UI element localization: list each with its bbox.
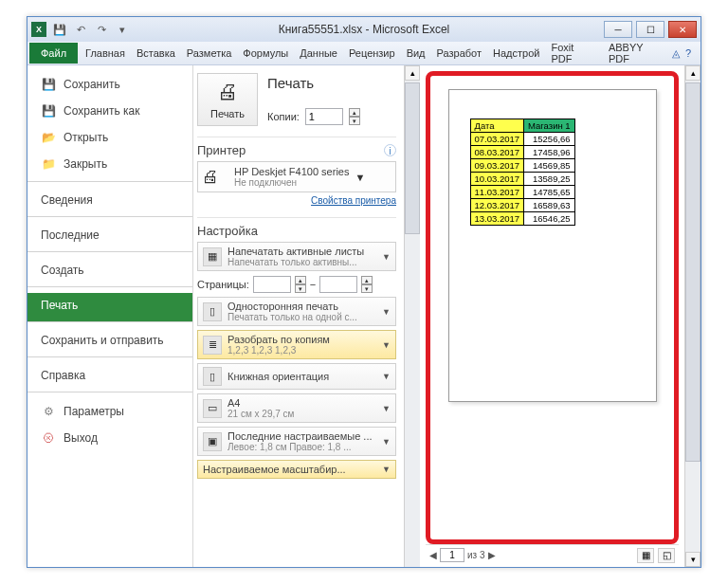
pages-from-spinner[interactable]: ▴▾ (295, 276, 306, 293)
option-subtitle: Печатать только на одной с... (228, 312, 376, 322)
copies-label: Копии: (267, 111, 300, 122)
chevron-down-icon: ▼ (382, 465, 391, 474)
pages-separator: − (310, 279, 316, 290)
scroll-up-icon[interactable]: ▴ (685, 65, 701, 81)
header-date: Дата (470, 119, 524, 133)
orientation-selector[interactable]: ▯ Книжная ориентация ▼ (197, 363, 396, 390)
copies-input[interactable] (305, 108, 343, 125)
pages-to-input[interactable] (319, 276, 357, 293)
sidebar-item-new[interactable]: Создать (27, 258, 192, 287)
tab-developer[interactable]: Разработ (431, 43, 487, 64)
tab-layout[interactable]: Разметка (181, 43, 238, 64)
collate-selector[interactable]: ≣ Разобрать по копиям1,2,3 1,2,3 1,2,3 ▼ (197, 330, 396, 359)
chevron-down-icon: ▼ (382, 307, 391, 317)
table-row: 13.03.201716546,25 (470, 212, 574, 226)
tab-insert[interactable]: Вставка (131, 43, 181, 64)
printer-properties-link[interactable]: Свойства принтера (197, 195, 396, 206)
margins-icon: ▣ (203, 432, 222, 451)
file-tab[interactable]: Файл (29, 43, 78, 64)
option-subtitle: Левое: 1,8 см Правое: 1,8 ... (228, 442, 376, 452)
pages-from-input[interactable] (253, 276, 291, 293)
sidebar-item-share[interactable]: Сохранить и отправить (27, 328, 192, 357)
sidebar-item-info[interactable]: Сведения (27, 188, 192, 217)
show-margins-button[interactable]: ▦ (637, 548, 654, 563)
scaling-selector[interactable]: Настраиваемое масштабир... ▼ (197, 460, 396, 479)
option-title: Книжная ориентация (228, 371, 376, 382)
table-row: 12.03.201716589,63 (470, 199, 574, 212)
minimize-button[interactable]: ─ (604, 21, 632, 38)
cell-date: 09.03.2017 (470, 159, 524, 173)
tab-formulas[interactable]: Формулы (237, 43, 294, 64)
sidebar-item-print[interactable]: Печать (27, 293, 192, 322)
cell-value: 16546,25 (524, 212, 575, 226)
cell-value: 17458,96 (524, 146, 575, 159)
cell-value: 15256,66 (524, 133, 575, 146)
options-icon: ⚙ (41, 404, 56, 419)
page-number-input[interactable] (440, 548, 464, 562)
spinner-down-icon[interactable]: ▾ (349, 117, 360, 125)
scroll-down-icon[interactable]: ▾ (685, 552, 701, 567)
cell-date: 08.03.2017 (470, 146, 524, 159)
copies-spinner[interactable]: ▴▾ (349, 108, 360, 125)
table-row: 09.03.201714569,85 (470, 159, 574, 173)
option-title: A4 (228, 397, 376, 409)
backstage-view: 💾Сохранить 💾Сохранить как 📂Открыть 📁Закр… (27, 65, 701, 567)
tab-review[interactable]: Рецензир (343, 43, 401, 64)
scroll-thumb[interactable] (405, 82, 420, 234)
redo-icon[interactable]: ↷ (94, 22, 109, 37)
tab-data[interactable]: Данные (294, 43, 343, 64)
paper-size-selector[interactable]: ▭ A421 см x 29,7 см ▼ (197, 393, 396, 423)
header-store: Магазин 1 (524, 119, 575, 133)
close-button[interactable]: ✕ (668, 21, 697, 38)
help-icon[interactable]: ? (685, 47, 691, 60)
sheets-icon: ▦ (203, 247, 222, 266)
option-subtitle: 1,2,3 1,2,3 1,2,3 (228, 345, 376, 356)
zoom-to-page-button[interactable]: ◱ (658, 548, 675, 563)
undo-icon[interactable]: ↶ (73, 22, 88, 37)
margins-selector[interactable]: ▣ Последние настраиваемые ...Левое: 1,8 … (197, 427, 396, 456)
pages-to-spinner[interactable]: ▴▾ (361, 276, 373, 293)
sidebar-item-label: Справка (41, 369, 85, 382)
preview-footer: ◀ из 3 ▶ ▦ ◱ (426, 544, 679, 565)
sidebar-item-options[interactable]: ⚙Параметры (27, 398, 192, 425)
printer-selector[interactable]: 🖨 HP Deskjet F4100 seriesНе подключен ▼ (197, 161, 396, 192)
print-button[interactable]: 🖨 Печать (197, 73, 258, 126)
preview-scrollbar[interactable]: ▴ ▾ (684, 65, 701, 567)
sidebar-item-close[interactable]: 📁Закрыть (27, 151, 192, 182)
sidebar-item-save-as[interactable]: 💾Сохранить как (27, 98, 192, 124)
sidebar-item-open[interactable]: 📂Открыть (27, 124, 192, 151)
save-icon[interactable]: 💾 (52, 22, 67, 37)
option-title: Напечатать активные листы (228, 246, 376, 257)
print-what-selector[interactable]: ▦ Напечатать активные листыНапечатать то… (197, 242, 396, 271)
sidebar-item-exit[interactable]: ⮾Выход (27, 425, 192, 451)
print-settings-panel: 🖨 Печать Печать Копии: ▴▾ Принтерi 🖨 HP … (193, 65, 404, 567)
backstage-sidebar: 💾Сохранить 💾Сохранить как 📂Открыть 📁Закр… (27, 65, 193, 567)
sidebar-item-help[interactable]: Справка (27, 363, 192, 392)
tab-addins[interactable]: Надстрой (487, 43, 545, 64)
printer-status: Не подключен (234, 177, 349, 188)
excel-icon: X (31, 22, 46, 37)
sidebar-item-label: Параметры (64, 405, 124, 418)
maximize-button[interactable]: ☐ (636, 21, 664, 38)
sidebar-item-recent[interactable]: Последние (27, 223, 192, 252)
tab-home[interactable]: Главная (80, 43, 131, 64)
page-prev-icon[interactable]: ◀ (429, 550, 437, 560)
spinner-up-icon[interactable]: ▴ (349, 108, 360, 117)
tab-abbyy[interactable]: ABBYY PDF (603, 37, 672, 69)
option-title: Последние настраиваемые ... (228, 430, 376, 442)
minimize-ribbon-icon[interactable]: ◬ (672, 47, 680, 60)
save-as-icon: 💾 (41, 103, 56, 119)
table-row: 10.03.201713589,25 (470, 173, 574, 186)
page-next-icon[interactable]: ▶ (488, 550, 496, 560)
sidebar-item-save[interactable]: 💾Сохранить (27, 71, 192, 98)
info-icon[interactable]: i (384, 144, 396, 156)
sides-selector[interactable]: ▯ Односторонняя печатьПечатать только на… (197, 297, 396, 326)
tab-view[interactable]: Вид (401, 43, 431, 64)
scroll-thumb[interactable] (685, 82, 701, 462)
tab-foxit[interactable]: Foxit PDF (545, 37, 602, 69)
settings-scrollbar[interactable]: ▴ (404, 65, 420, 567)
qat-more-icon[interactable]: ▾ (115, 22, 130, 37)
scroll-up-icon[interactable]: ▴ (405, 65, 420, 81)
table-row: 11.03.201714785,65 (470, 186, 574, 199)
settings-heading: Настройка (197, 224, 396, 238)
